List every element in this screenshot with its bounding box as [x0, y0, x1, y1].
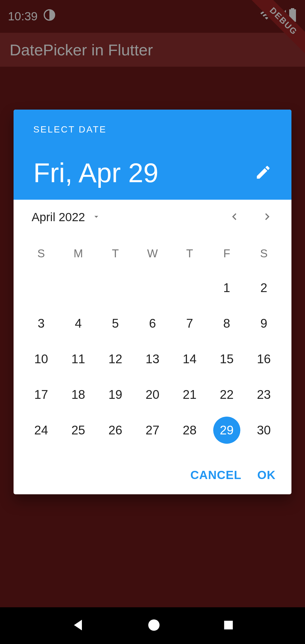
calendar-day[interactable]: 10: [28, 345, 55, 373]
calendar-day[interactable]: 22: [213, 381, 240, 408]
svg-point-1: [148, 619, 160, 631]
calendar-day[interactable]: 7: [176, 310, 203, 337]
calendar-cell: 22: [208, 377, 245, 412]
calendar-day[interactable]: 26: [102, 417, 129, 444]
calendar-day[interactable]: 20: [139, 381, 166, 408]
calendar-day[interactable]: 24: [28, 417, 55, 444]
chevron-left-icon: [228, 210, 241, 225]
calendar-cell: 6: [134, 306, 171, 341]
dialog-actions: CANCEL OK: [14, 459, 291, 494]
calendar-day[interactable]: 1: [213, 274, 240, 301]
calendar-cell: 29: [208, 412, 245, 448]
calendar-cell: 12: [97, 341, 134, 377]
calendar-cell: 15: [208, 341, 245, 377]
android-nav-bar: [0, 607, 305, 644]
calendar-cell: 26: [97, 412, 134, 448]
calendar-day[interactable]: 23: [250, 381, 277, 408]
calendar-day[interactable]: 16: [250, 345, 277, 373]
datepicker-title-row: Fri, Apr 29: [33, 157, 272, 188]
nav-recents-button[interactable]: [222, 619, 235, 633]
calendar-empty-cell: [97, 270, 134, 306]
day-of-week-header: M: [60, 240, 97, 270]
calendar-cell: 25: [60, 412, 97, 448]
calendar-cell: 2: [245, 270, 282, 306]
calendar-cell: 1: [208, 270, 245, 306]
svg-rect-2: [224, 621, 233, 630]
calendar-day[interactable]: 30: [250, 417, 277, 444]
calendar-cell: 24: [23, 412, 60, 448]
calendar-day[interactable]: 21: [176, 381, 203, 408]
calendar-day[interactable]: 27: [139, 417, 166, 444]
calendar-day[interactable]: 9: [250, 310, 277, 337]
calendar-day[interactable]: 25: [65, 417, 92, 444]
calendar-empty-cell: [134, 270, 171, 306]
next-month-button[interactable]: [257, 207, 277, 227]
chevron-right-icon: [260, 210, 274, 225]
calendar-cell: 7: [171, 306, 208, 341]
datepicker-month-row: April 2022: [14, 200, 291, 235]
calendar-cell: 4: [60, 306, 97, 341]
calendar-cell: 16: [245, 341, 282, 377]
calendar-cell: 8: [208, 306, 245, 341]
calendar-day[interactable]: 17: [28, 381, 55, 408]
month-nav: [224, 207, 283, 227]
calendar-day[interactable]: 19: [102, 381, 129, 408]
calendar-empty-cell: [171, 270, 208, 306]
nav-back-button[interactable]: [70, 617, 86, 634]
datepicker-selected-date-title: Fri, Apr 29: [33, 157, 158, 188]
edit-icon[interactable]: [255, 164, 272, 182]
cancel-button[interactable]: CANCEL: [190, 468, 241, 482]
calendar-cell: 14: [171, 341, 208, 377]
calendar-cell: 3: [23, 306, 60, 341]
calendar-day[interactable]: 11: [65, 345, 92, 373]
calendar-cell: 9: [245, 306, 282, 341]
calendar-cell: 27: [134, 412, 171, 448]
calendar-day[interactable]: 6: [139, 310, 166, 337]
calendar-grid: SMTWTFS123456789101112131415161718192021…: [14, 235, 291, 459]
day-of-week-header: W: [134, 240, 171, 270]
calendar-empty-cell: [23, 270, 60, 306]
calendar-cell: 30: [245, 412, 282, 448]
calendar-cell: 11: [60, 341, 97, 377]
calendar-day[interactable]: 28: [176, 417, 203, 444]
prev-month-button[interactable]: [224, 207, 245, 227]
nav-home-button[interactable]: [147, 618, 161, 633]
month-selector-button[interactable]: April 2022: [32, 210, 101, 224]
day-of-week-header: T: [171, 240, 208, 270]
day-of-week-header: S: [245, 240, 282, 270]
dropdown-icon: [92, 210, 101, 224]
calendar-cell: 19: [97, 377, 134, 412]
datepicker-supertitle: SELECT DATE: [33, 124, 272, 135]
calendar-empty-cell: [60, 270, 97, 306]
calendar-day[interactable]: 3: [28, 310, 55, 337]
calendar-cell: 20: [134, 377, 171, 412]
day-of-week-header: T: [97, 240, 134, 270]
calendar-day[interactable]: 2: [250, 274, 277, 301]
day-of-week-header: F: [208, 240, 245, 270]
calendar-cell: 5: [97, 306, 134, 341]
calendar-cell: 21: [171, 377, 208, 412]
calendar-day[interactable]: 29: [213, 417, 240, 444]
calendar-day[interactable]: 4: [65, 310, 92, 337]
datepicker-dialog: SELECT DATE Fri, Apr 29 April 2022: [14, 110, 291, 494]
calendar-day[interactable]: 14: [176, 345, 203, 373]
calendar-cell: 23: [245, 377, 282, 412]
calendar-day[interactable]: 13: [139, 345, 166, 373]
calendar-cell: 17: [23, 377, 60, 412]
calendar-day[interactable]: 18: [65, 381, 92, 408]
day-of-week-header: S: [23, 240, 60, 270]
calendar-day[interactable]: 15: [213, 345, 240, 373]
calendar-day[interactable]: 8: [213, 310, 240, 337]
calendar-day[interactable]: 5: [102, 310, 129, 337]
ok-button[interactable]: OK: [257, 468, 276, 482]
month-label: April 2022: [32, 210, 85, 224]
datepicker-header: SELECT DATE Fri, Apr 29: [14, 110, 291, 200]
calendar-cell: 13: [134, 341, 171, 377]
calendar-cell: 28: [171, 412, 208, 448]
calendar-day[interactable]: 12: [102, 345, 129, 373]
calendar-cell: 18: [60, 377, 97, 412]
calendar-cell: 10: [23, 341, 60, 377]
